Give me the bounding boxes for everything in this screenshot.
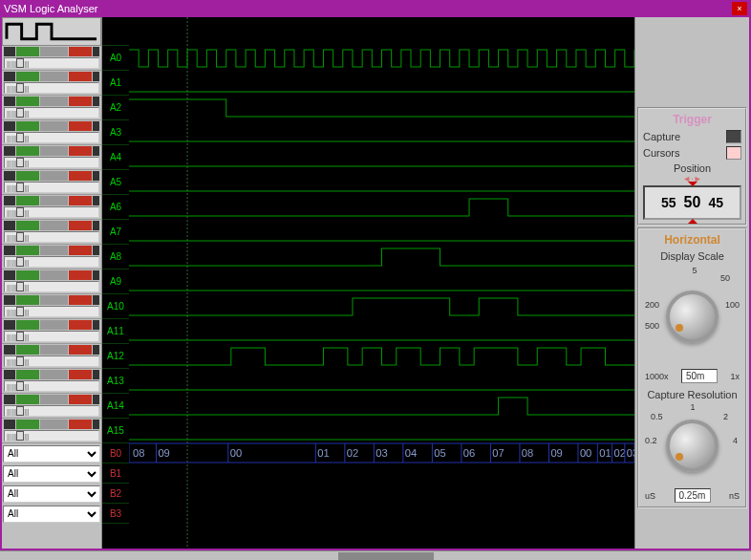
titlebar[interactable]: VSM Logic Analyser × [0, 0, 751, 17]
capture-resolution-label: Capture Resolution [643, 389, 741, 400]
channel-control[interactable] [2, 419, 101, 443]
svg-text:03: 03 [627, 447, 634, 459]
waveform-display[interactable]: 08090001020304050607080900010203 [129, 17, 634, 549]
bus-select[interactable]: All [3, 445, 100, 463]
capture-resolution-value[interactable]: 0.25m [675, 488, 711, 503]
channel-control[interactable] [2, 269, 101, 294]
capture-resolution-dial[interactable]: 1 2 4 0.5 0.2 [643, 402, 741, 488]
svg-text:01: 01 [599, 447, 611, 459]
channel-control[interactable] [2, 120, 101, 145]
position-label: Position [643, 162, 741, 174]
right-panel: Trigger Capture Cursors Position ◄·► 55 … [634, 17, 749, 549]
svg-text:01: 01 [317, 447, 329, 459]
trigger-panel: Trigger Capture Cursors Position ◄·► 55 … [637, 107, 747, 226]
svg-text:08: 08 [133, 447, 144, 459]
horizontal-title: Horizontal [643, 233, 741, 247]
channel-label[interactable]: A5 [102, 170, 129, 195]
channel-label[interactable]: A6 [102, 195, 129, 220]
channel-control[interactable] [2, 46, 101, 71]
svg-text:08: 08 [522, 447, 533, 459]
channel-control[interactable] [2, 394, 101, 419]
svg-text:00: 00 [230, 447, 242, 459]
channel-label[interactable]: A14 [102, 394, 129, 419]
capture-option[interactable]: Capture [643, 130, 741, 143]
waveform-icon [2, 17, 101, 46]
svg-text:09: 09 [550, 447, 562, 459]
channel-control[interactable] [2, 220, 101, 245]
channel-label[interactable]: A3 [102, 120, 129, 145]
channel-label[interactable]: A10 [102, 294, 129, 319]
bus-select[interactable]: All [3, 465, 100, 483]
channel-label[interactable]: B3 [102, 504, 129, 524]
horizontal-scrollbar[interactable] [0, 550, 751, 560]
channel-label[interactable]: A1 [102, 71, 129, 96]
trigger-title: Trigger [643, 113, 741, 126]
channel-label[interactable]: B1 [102, 463, 129, 484]
horizontal-panel: Horizontal Display Scale 5 50 100 200 50… [637, 227, 747, 508]
channel-control[interactable] [2, 96, 101, 120]
channel-label[interactable]: A15 [102, 419, 129, 443]
channel-label[interactable]: A8 [102, 245, 129, 269]
channel-label[interactable]: A0 [102, 46, 129, 71]
cursors-option[interactable]: Cursors [643, 146, 741, 160]
svg-text:02: 02 [614, 447, 626, 459]
bus-select[interactable]: All [3, 506, 100, 523]
channel-label[interactable]: A11 [102, 319, 129, 344]
channel-control[interactable] [2, 245, 101, 269]
display-scale-value[interactable]: 50m [681, 369, 718, 383]
svg-text:00: 00 [580, 447, 591, 459]
capture-swatch [726, 130, 741, 143]
svg-text:05: 05 [434, 447, 445, 459]
channel-label[interactable]: A12 [102, 344, 129, 369]
channel-control[interactable] [2, 170, 101, 195]
display-scale-dial[interactable]: 5 50 100 200 500 [643, 264, 741, 369]
channel-label[interactable]: A4 [102, 145, 129, 170]
channel-label[interactable]: A7 [102, 220, 129, 245]
svg-text:09: 09 [158, 447, 169, 459]
close-button[interactable]: × [732, 2, 747, 15]
scrollbar-thumb[interactable] [338, 552, 434, 560]
cursors-swatch [726, 146, 741, 160]
bus-select[interactable]: All [3, 485, 100, 503]
svg-text:04: 04 [405, 447, 417, 459]
channel-label[interactable]: A2 [102, 96, 129, 120]
svg-text:03: 03 [376, 447, 387, 459]
svg-text:07: 07 [492, 447, 504, 459]
display-scale-label: Display Scale [643, 250, 741, 262]
position-wheel[interactable]: 55 50 45 [643, 185, 741, 220]
channel-label[interactable]: A13 [102, 369, 129, 394]
channel-control[interactable] [2, 71, 101, 96]
channel-labels-column: A0A1A2A3A4A5A6A7A8A9A10A11A12A13A14A15 B… [102, 17, 129, 549]
left-controls-panel: AllAllAllAll [2, 17, 102, 549]
channel-control[interactable] [2, 369, 101, 394]
svg-text:06: 06 [463, 447, 475, 459]
channel-control[interactable] [2, 344, 101, 369]
channel-label[interactable]: B2 [102, 484, 129, 504]
window-title: VSM Logic Analyser [4, 3, 732, 14]
channel-control[interactable] [2, 294, 101, 319]
main-area: AllAllAllAll A0A1A2A3A4A5A6A7A8A9A10A11A… [0, 17, 751, 550]
channel-control[interactable] [2, 145, 101, 170]
channel-label[interactable]: B0 [102, 443, 129, 463]
svg-text:02: 02 [347, 447, 358, 459]
channel-control[interactable] [2, 319, 101, 344]
channel-control[interactable] [2, 195, 101, 220]
channel-label[interactable]: A9 [102, 269, 129, 294]
